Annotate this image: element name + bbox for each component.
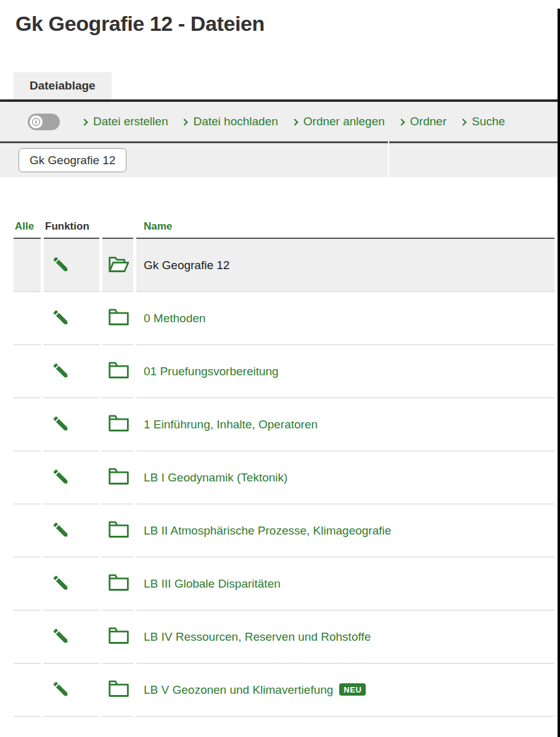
select-cell bbox=[14, 239, 41, 292]
toolbar-link-label: Datei hochladen bbox=[193, 115, 278, 128]
edit-pencil-icon[interactable] bbox=[51, 255, 70, 273]
folder-closed-icon[interactable] bbox=[107, 573, 130, 592]
page-title: Gk Geografie 12 - Dateien bbox=[15, 9, 558, 38]
folder-open-icon[interactable] bbox=[107, 254, 130, 273]
table-row: Gk Geografie 12 bbox=[14, 239, 554, 292]
select-cell bbox=[14, 504, 41, 557]
edit-pencil-icon[interactable] bbox=[51, 573, 70, 592]
select-cell bbox=[14, 557, 41, 610]
folder-cell bbox=[102, 557, 133, 610]
table-header-row: Alle Funktion Name bbox=[14, 212, 554, 239]
toolbar-link-ordner-anlegen[interactable]: Ordner anlegen bbox=[292, 115, 385, 128]
function-cell bbox=[44, 239, 99, 292]
chevron-right-icon bbox=[398, 119, 405, 125]
chevron-right-icon bbox=[181, 119, 188, 125]
name-cell: 0 Methoden bbox=[136, 292, 554, 345]
toolbar-link-suche[interactable]: Suche bbox=[461, 115, 505, 128]
folder-cell bbox=[102, 345, 133, 398]
select-cell bbox=[14, 451, 41, 504]
breadcrumb-folder-button[interactable]: Gk Geografie 12 bbox=[19, 148, 126, 172]
table-row: 1 Einführung, Inhalte, Operatoren bbox=[14, 398, 554, 451]
file-manager-page: Gk Geografie 12 - Dateien Dateiablage i … bbox=[0, 9, 560, 737]
breadcrumb-band: Gk Geografie 12 bbox=[0, 141, 558, 177]
column-header-funktion: Funktion bbox=[44, 212, 99, 239]
folder-link[interactable]: 01 Pruefungsvorbereitung bbox=[144, 365, 279, 378]
folder-cell bbox=[102, 239, 133, 292]
folder-link[interactable]: LB I Geodynamik (Tektonik) bbox=[144, 471, 287, 484]
edit-pencil-icon[interactable] bbox=[51, 361, 70, 380]
folder-cell bbox=[102, 664, 133, 717]
function-cell bbox=[44, 504, 99, 557]
function-cell bbox=[44, 292, 99, 345]
folder-closed-icon[interactable] bbox=[107, 360, 130, 380]
chevron-right-icon bbox=[291, 119, 298, 125]
folder-closed-icon[interactable] bbox=[107, 467, 130, 486]
table-row: LB V Geozonen und KlimavertiefungNEU bbox=[14, 664, 554, 717]
folder-closed-icon[interactable] bbox=[107, 626, 130, 645]
column-header-alle[interactable]: Alle bbox=[14, 212, 41, 239]
table-row: LB III Globale Disparitäten bbox=[14, 557, 554, 610]
function-cell bbox=[44, 610, 99, 664]
folder-closed-icon[interactable] bbox=[107, 414, 130, 433]
select-cell bbox=[14, 292, 41, 345]
info-toggle[interactable]: i bbox=[28, 114, 60, 130]
folder-link[interactable]: 0 Methoden bbox=[144, 312, 205, 325]
folder-link[interactable]: LB II Atmosphärische Prozesse, Klimageog… bbox=[144, 524, 391, 537]
table-row: 0 Methoden bbox=[14, 292, 554, 345]
edit-pencil-icon[interactable] bbox=[51, 520, 70, 539]
table-row: LB I Geodynamik (Tektonik) bbox=[14, 451, 554, 504]
function-cell bbox=[44, 345, 99, 398]
folder-closed-icon[interactable] bbox=[107, 307, 130, 327]
folder-link[interactable]: 1 Einführung, Inhalte, Operatoren bbox=[144, 418, 318, 431]
name-cell: 01 Pruefungsvorbereitung bbox=[136, 345, 554, 398]
name-cell: LB V Geozonen und KlimavertiefungNEU bbox=[136, 664, 554, 717]
select-cell bbox=[14, 345, 41, 398]
folder-link[interactable]: LB V Geozonen und Klimavertiefung bbox=[144, 683, 333, 696]
column-header-icon bbox=[102, 212, 133, 239]
column-header-name[interactable]: Name bbox=[136, 212, 554, 239]
breadcrumb-cell-right bbox=[389, 141, 558, 177]
edit-pencil-icon[interactable] bbox=[51, 467, 70, 486]
spacer bbox=[0, 177, 558, 212]
tab-bar: Dateiablage bbox=[0, 72, 558, 99]
folder-link[interactable]: LB III Globale Disparitäten bbox=[144, 577, 281, 590]
folder-closed-icon[interactable] bbox=[107, 520, 130, 539]
name-cell: 1 Einführung, Inhalte, Operatoren bbox=[136, 398, 554, 451]
toolbar-actions: Datei erstellen Datei hochladen Ordner a… bbox=[82, 115, 505, 128]
select-cell bbox=[14, 610, 41, 664]
folder-link[interactable]: LB IV Ressourcen, Reserven und Rohstoffe bbox=[144, 630, 371, 643]
function-cell bbox=[44, 664, 99, 717]
folder-cell bbox=[102, 292, 133, 345]
table-row: LB II Atmosphärische Prozesse, Klimageog… bbox=[14, 504, 554, 557]
table-row: LB IV Ressourcen, Reserven und Rohstoffe bbox=[14, 610, 554, 664]
folder-link[interactable]: Gk Geografie 12 bbox=[144, 259, 229, 272]
table-row: 01 Pruefungsvorbereitung bbox=[14, 345, 554, 398]
folder-cell bbox=[102, 398, 133, 451]
files-table: Alle Funktion Name bbox=[10, 212, 558, 717]
edit-pencil-icon[interactable] bbox=[51, 680, 70, 698]
info-glyph: i bbox=[32, 118, 40, 126]
select-cell bbox=[14, 398, 41, 451]
toolbar-link-label: Suche bbox=[472, 115, 505, 128]
toolbar-link-datei-erstellen[interactable]: Datei erstellen bbox=[82, 115, 168, 128]
folder-closed-icon[interactable] bbox=[107, 679, 130, 698]
chevron-right-icon bbox=[459, 119, 466, 125]
toolbar-link-ordner[interactable]: Ordner bbox=[399, 115, 447, 128]
name-cell: LB III Globale Disparitäten bbox=[136, 557, 554, 610]
edit-pencil-icon[interactable] bbox=[51, 627, 70, 645]
name-cell: LB IV Ressourcen, Reserven und Rohstoffe bbox=[136, 610, 554, 664]
folder-cell bbox=[102, 610, 133, 664]
toolbar-link-label: Ordner anlegen bbox=[303, 115, 385, 128]
tab-dateiablage[interactable]: Dateiablage bbox=[14, 72, 112, 99]
select-cell bbox=[14, 664, 41, 717]
toolbar-link-datei-hochladen[interactable]: Datei hochladen bbox=[182, 115, 278, 128]
toolbar-link-label: Datei erstellen bbox=[93, 115, 168, 128]
name-cell: Gk Geografie 12 bbox=[136, 239, 554, 292]
edit-pencil-icon[interactable] bbox=[51, 414, 70, 433]
breadcrumb-cell: Gk Geografie 12 bbox=[0, 141, 388, 177]
folder-cell bbox=[102, 451, 133, 504]
edit-pencil-icon[interactable] bbox=[51, 308, 70, 327]
function-cell bbox=[44, 451, 99, 504]
new-badge: NEU bbox=[339, 683, 366, 696]
name-cell: LB I Geodynamik (Tektonik) bbox=[136, 451, 554, 504]
